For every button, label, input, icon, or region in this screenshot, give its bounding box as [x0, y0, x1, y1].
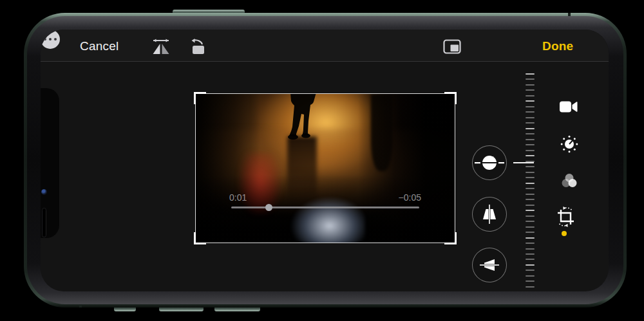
ruler-tick — [526, 155, 535, 156]
ruler-tick — [526, 199, 535, 200]
screen: Cancel — [41, 30, 609, 291]
elapsed-time: 0:01 — [229, 192, 247, 203]
ruler-tick — [526, 210, 535, 211]
tab-filters[interactable] — [561, 173, 578, 191]
ruler-tick — [526, 166, 535, 167]
ellipsis-dot — [54, 38, 57, 41]
ruler-tick — [526, 78, 535, 80]
ruler-tick — [526, 248, 535, 250]
ruler-tick — [526, 237, 535, 239]
ruler-tick — [526, 286, 535, 288]
more-options-button[interactable] — [41, 30, 60, 49]
crop-handle-bottom-right[interactable] — [444, 232, 457, 244]
scene-person-silhouette — [281, 94, 328, 143]
aspect-ratio-button[interactable] — [443, 39, 461, 57]
ruler-tick — [526, 188, 535, 189]
ruler-tick — [526, 270, 535, 271]
crop-icon — [555, 206, 576, 228]
horizontal-perspective-icon — [479, 256, 500, 274]
ruler-tick — [526, 95, 535, 96]
scene-red-glow — [240, 153, 281, 214]
ruler-tick — [526, 259, 535, 260]
straighten-ruler[interactable] — [526, 73, 535, 288]
notch — [41, 88, 59, 238]
ruler-tick — [526, 280, 535, 282]
stage: Cancel — [0, 0, 644, 321]
remaining-time: −0:05 — [399, 192, 421, 203]
done-button[interactable]: Done — [542, 39, 573, 53]
ruler-value-indicator — [513, 162, 534, 163]
crop-handle-bottom-left[interactable] — [194, 232, 206, 244]
playhead[interactable] — [265, 204, 272, 211]
crop-handle-top-left[interactable] — [194, 92, 206, 104]
adjust-icon — [560, 135, 578, 153]
video-preview: 0:01 −0:05 — [196, 94, 455, 243]
front-camera — [41, 189, 47, 195]
flip-horizontal-icon — [151, 38, 171, 55]
vertical-perspective-icon — [480, 204, 498, 225]
scrubber-track[interactable] — [231, 206, 419, 208]
ruler-tick — [526, 139, 535, 140]
ruler-tick — [526, 111, 535, 113]
ruler-tick — [526, 122, 535, 124]
ruler-tick — [526, 133, 535, 134]
video-icon — [560, 100, 578, 113]
aspect-ratio-icon — [443, 39, 461, 54]
horizontal-perspective-button[interactable] — [472, 248, 507, 282]
ruler-tick — [526, 253, 535, 255]
ruler-tick — [526, 221, 535, 222]
ruler-tick — [526, 275, 535, 277]
rotate-icon — [188, 39, 206, 55]
filters-icon — [561, 173, 578, 188]
rotate-button[interactable] — [188, 39, 206, 57]
ruler-tick — [526, 117, 535, 118]
ruler-tick — [526, 226, 535, 228]
cancel-button[interactable]: Cancel — [80, 39, 118, 53]
ruler-tick — [526, 172, 535, 173]
crop-handle-top-right[interactable] — [444, 92, 457, 104]
ruler-tick — [526, 243, 535, 244]
ruler-tick — [526, 100, 535, 102]
earpiece-speaker — [42, 208, 46, 237]
edit-toolbar: Cancel — [41, 30, 609, 62]
ruler-tick — [526, 177, 535, 178]
ruler-tick — [526, 73, 535, 75]
ruler-tick — [526, 232, 535, 233]
vertical-perspective-button[interactable] — [472, 197, 507, 232]
ruler-tick — [526, 150, 535, 151]
ruler-tick — [526, 144, 535, 145]
straighten-icon — [475, 154, 504, 171]
flip-horizontal-button[interactable] — [151, 38, 171, 58]
antenna-seam — [79, 304, 82, 307]
ruler-tick — [526, 216, 535, 217]
ruler-tick — [526, 183, 535, 184]
tab-crop[interactable] — [555, 206, 576, 230]
ellipsis-dot — [44, 38, 46, 41]
ruler-tick — [526, 264, 535, 266]
straighten-button[interactable] — [472, 145, 507, 180]
bezel: Cancel — [27, 16, 623, 304]
tab-adjust[interactable] — [560, 135, 578, 156]
ruler-tick — [526, 106, 535, 107]
crop-modified-dot — [562, 231, 567, 236]
ruler-tick — [526, 205, 535, 206]
phone-frame: Cancel — [24, 13, 627, 307]
ruler-tick — [526, 84, 535, 86]
video-crop-frame[interactable]: 0:01 −0:05 — [195, 93, 455, 243]
ruler-tick — [526, 194, 535, 195]
ruler-tick — [526, 128, 535, 129]
ruler-tick — [526, 89, 535, 91]
ellipsis-dot — [49, 38, 52, 41]
tab-video[interactable] — [560, 100, 578, 116]
scene-water-sparkle — [291, 197, 365, 243]
